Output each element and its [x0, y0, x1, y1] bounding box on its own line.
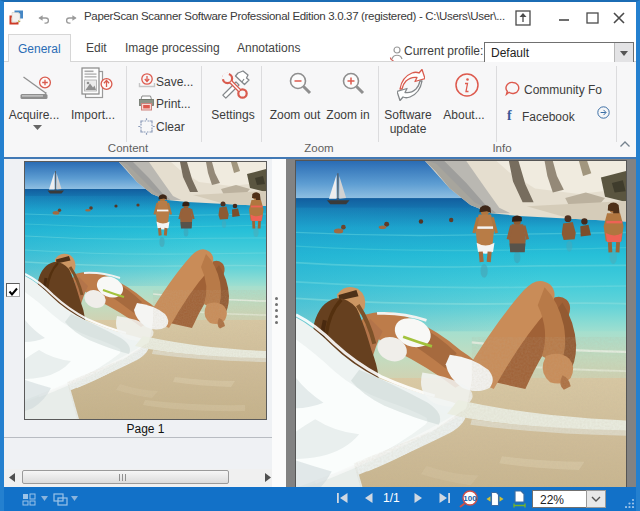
svg-text:100: 100	[463, 494, 477, 503]
